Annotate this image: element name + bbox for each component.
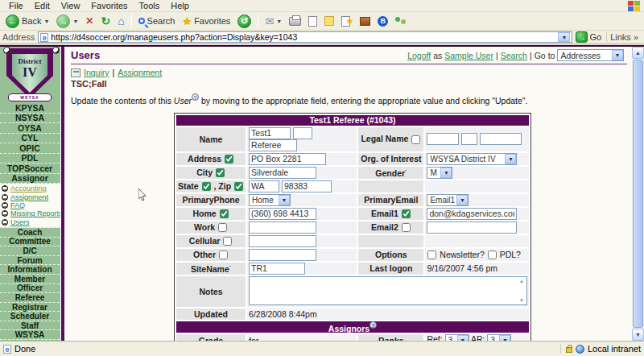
sidebar-item-opic[interactable]: OPIC	[0, 143, 60, 154]
add-favorite-button[interactable]: ★	[339, 15, 355, 27]
home-button[interactable]: ⌂	[115, 14, 126, 27]
search-link[interactable]: Search	[501, 51, 527, 60]
menu-help[interactable]: Help	[165, 0, 195, 11]
email2-checkbox[interactable]	[402, 223, 411, 232]
submenu-item-users[interactable]: Users	[2, 218, 64, 226]
work-checkbox[interactable]	[218, 223, 227, 232]
logoff-link[interactable]: Logoff	[407, 51, 431, 60]
page-scrollbar[interactable]: ▲ ▼	[632, 47, 644, 341]
sidebar-item-oysa[interactable]: OYSA	[0, 123, 60, 134]
sidebar-item-information[interactable]: Information	[0, 265, 60, 275]
sitename-input[interactable]	[249, 263, 305, 275]
email2-input[interactable]	[427, 221, 517, 234]
sidebar-item-committee[interactable]: Committee	[0, 238, 60, 247]
other-phone-input[interactable]	[249, 249, 316, 261]
sidebar-item-topsoccer[interactable]: TOPSoccer	[0, 164, 60, 174]
sidebar-item-registrar[interactable]: Registrar	[0, 303, 60, 313]
address-checkbox[interactable]	[225, 155, 233, 164]
inquiry-link[interactable]: Inquiry	[84, 68, 109, 77]
textarea-scroll-icons[interactable]: ▲▼	[518, 279, 526, 303]
menu-favorites[interactable]: Favorites	[85, 0, 133, 11]
edit-button[interactable]	[306, 15, 320, 27]
home-phone-input[interactable]	[249, 208, 316, 220]
search-button[interactable]: Search	[136, 15, 178, 27]
cellular-phone-input[interactable]	[249, 235, 316, 247]
scroll-up-icon[interactable]: ▲	[632, 47, 644, 59]
legal-last-input[interactable]	[480, 133, 522, 145]
go-button[interactable]: → Go	[576, 31, 601, 43]
middle-name-input[interactable]	[293, 127, 312, 139]
scrollbar-thumb[interactable]	[633, 60, 643, 328]
submenu-item-assignment[interactable]: Assignment	[2, 192, 64, 201]
goto-select[interactable]: Addresses ▼	[557, 49, 624, 61]
gender-select[interactable]: M ▼	[427, 167, 452, 179]
back-button[interactable]: ← Back ▼	[3, 14, 52, 29]
ref-rank-select[interactable]: 3 ▼	[445, 334, 469, 341]
email1-input[interactable]	[427, 208, 517, 220]
notes-textarea[interactable]	[249, 276, 527, 305]
work-phone-input[interactable]	[249, 221, 316, 234]
history-button[interactable]: ↺	[235, 14, 254, 29]
favorites-button[interactable]: ★ Favorites	[180, 14, 233, 28]
scroll-down-icon[interactable]: ▼	[632, 329, 644, 341]
menu-tools[interactable]: Tools	[134, 0, 166, 11]
email1-checkbox[interactable]	[402, 209, 411, 218]
stop-button[interactable]: ✕	[83, 15, 96, 27]
org-select[interactable]: WSYSA District IV ▼	[427, 153, 517, 165]
forward-button[interactable]: → ▼	[54, 14, 80, 29]
state-input[interactable]	[249, 180, 279, 192]
sidebar-item-coach[interactable]: Coach	[0, 228, 60, 238]
refresh-button[interactable]: ↻	[98, 14, 113, 27]
sidebar-item-staff[interactable]: Staff	[0, 321, 60, 331]
messenger-button[interactable]	[393, 15, 408, 27]
other-checkbox[interactable]	[219, 250, 228, 259]
newsletter-checkbox[interactable]	[427, 250, 436, 259]
submenu-item-missing-reports[interactable]: Missing Reports	[2, 209, 64, 217]
state-checkbox[interactable]	[202, 182, 211, 191]
sidebar-item-scheduler[interactable]: Scheduler	[0, 312, 60, 321]
sidebar-item-pdl[interactable]: PDL	[0, 154, 60, 164]
zip-input[interactable]	[282, 180, 332, 192]
back-dropdown-icon[interactable]: ▼	[43, 19, 49, 24]
address-dropdown-icon[interactable]: ▼	[558, 32, 570, 42]
help-icon[interactable]: ?	[369, 321, 377, 329]
legal-first-input[interactable]	[427, 133, 459, 145]
address-input[interactable]	[249, 153, 326, 165]
sidebar-item-nsysa[interactable]: NSYSA	[0, 114, 60, 124]
sidebar-item-officer[interactable]: Officer	[0, 284, 60, 294]
assignment-link[interactable]: Assignment	[118, 68, 162, 77]
mail-button[interactable]: ✉▼	[262, 14, 284, 28]
sidebar-item-forum[interactable]: Forum	[0, 256, 60, 266]
zip-checkbox[interactable]	[234, 182, 243, 191]
menu-view[interactable]: View	[56, 0, 86, 11]
bluetooth-button[interactable]: B	[375, 15, 390, 27]
sidebar-item-referee[interactable]: Referee	[0, 293, 60, 303]
first-name-input[interactable]	[249, 127, 291, 139]
forward-dropdown-icon[interactable]: ▼	[72, 19, 78, 24]
legal-name-checkbox[interactable]	[411, 135, 420, 144]
menu-edit[interactable]: Edit	[29, 0, 56, 11]
help-icon[interactable]: ?	[192, 93, 199, 101]
primaryphone-select[interactable]: Home ▼	[249, 194, 291, 206]
sidebar-item-cyl[interactable]: CYL	[0, 134, 60, 144]
last-name-input[interactable]	[249, 139, 297, 151]
ar-rank-select[interactable]: 3 ▼	[487, 334, 511, 341]
sidebar-item-dc[interactable]: D/C	[0, 246, 60, 256]
address-url[interactable]: https://d4soccer.org/manageusers.php?act…	[51, 32, 555, 42]
address-field[interactable]: e https://d4soccer.org/manageusers.php?a…	[38, 31, 572, 43]
sidebar-item-kpysa[interactable]: KPYSA	[0, 103, 60, 114]
submenu-item-accounting[interactable]: Accounting	[2, 184, 64, 192]
research-button[interactable]	[357, 16, 373, 27]
pdl-checkbox[interactable]	[488, 250, 497, 259]
sidebar-item-wsysa[interactable]: WSYSA	[0, 330, 60, 340]
primaryemail-select[interactable]: Email1 ▼	[427, 194, 469, 206]
links-button[interactable]: Links »	[606, 32, 642, 42]
legal-middle-input[interactable]	[461, 133, 477, 145]
city-input[interactable]	[249, 167, 316, 179]
print-button[interactable]	[287, 16, 303, 27]
sidebar-item-assignor[interactable]: Assignor	[0, 174, 60, 184]
cellular-checkbox[interactable]	[223, 237, 232, 246]
sidebar-item-member[interactable]: Member	[0, 275, 60, 284]
sample-user-link[interactable]: Sample User	[444, 51, 493, 60]
city-checkbox[interactable]	[216, 168, 225, 177]
